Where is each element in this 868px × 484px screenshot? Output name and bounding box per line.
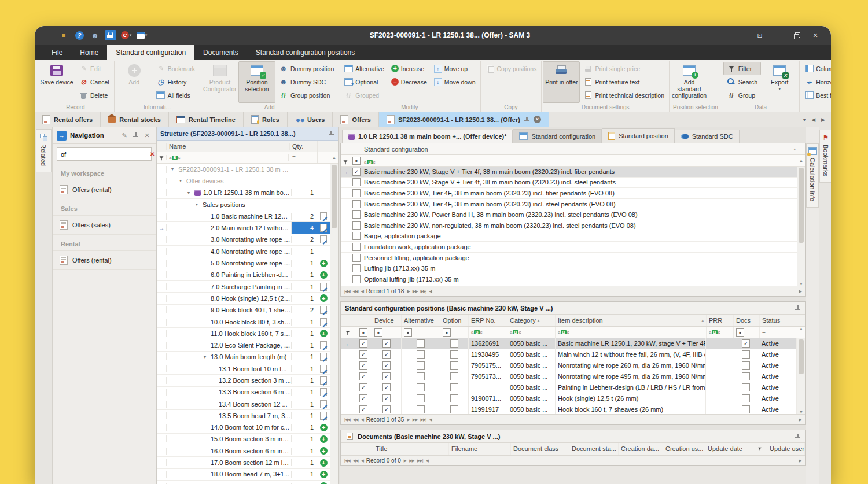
export-button[interactable]: Export▾ xyxy=(761,61,798,103)
qty-cell[interactable]: 1 xyxy=(291,189,317,196)
row-checkbox[interactable] xyxy=(359,361,367,370)
history-button[interactable]: History xyxy=(153,75,198,88)
qty-cell[interactable]: 2 xyxy=(291,213,317,220)
add-standard-configuration-button[interactable]: Add standard configuration xyxy=(671,61,708,103)
docs-checkbox[interactable] xyxy=(742,394,750,402)
config-checkbox[interactable] xyxy=(352,232,361,240)
config-checkbox[interactable] xyxy=(352,189,361,197)
minimize-button[interactable]: – xyxy=(771,30,786,40)
menu-tab-home[interactable]: Home xyxy=(71,45,107,60)
column-header-creation-us[interactable]: Creation us... xyxy=(663,443,705,455)
alternative-checkbox[interactable] xyxy=(417,372,425,380)
tree-row[interactable]: 17.0 Boom section 12 m in...1 xyxy=(157,457,330,468)
column-header-update-user[interactable]: Update user xyxy=(767,443,805,455)
filter-cell[interactable] xyxy=(440,327,469,338)
option-checkbox[interactable] xyxy=(450,394,458,402)
close-icon[interactable]: × xyxy=(534,116,541,123)
column-header-filename[interactable]: Filename xyxy=(449,443,511,455)
qty-cell[interactable]: 1 xyxy=(291,365,317,372)
prev-page-icon[interactable]: ◀◀ xyxy=(353,289,358,294)
column-header-category[interactable]: Category▴ xyxy=(507,315,556,326)
view-tab-standard-sdc[interactable]: Standard SDC xyxy=(675,130,740,143)
config-scrollbar[interactable]: ▼ xyxy=(797,167,805,286)
filter-cell[interactable]: aBc xyxy=(469,327,507,338)
filter-checkbox[interactable] xyxy=(374,328,382,337)
first-record-icon[interactable]: |◀◀ xyxy=(344,289,350,294)
row-checkbox[interactable] xyxy=(359,350,367,359)
positions-scrollbar[interactable]: ▼ xyxy=(797,338,805,414)
increase-button[interactable]: Increase xyxy=(388,62,431,75)
scroll-thumb[interactable] xyxy=(799,339,804,374)
position-row[interactable]: 7905175...0050 basic ...Nonrotating wire… xyxy=(341,360,797,371)
docs-checkbox[interactable] xyxy=(742,339,750,348)
nav-item-offers-sales[interactable]: Offers (sales) xyxy=(53,216,156,235)
hscroll-left-icon[interactable]: ◀ xyxy=(429,418,431,422)
pin-icon[interactable] xyxy=(795,433,801,440)
tree-row[interactable]: ▾Offer devices xyxy=(157,175,330,187)
config-checkbox[interactable] xyxy=(352,221,361,230)
alternative-checkbox[interactable] xyxy=(417,394,425,402)
expander-icon[interactable]: ▾ xyxy=(169,167,176,172)
edit-document-icon[interactable] xyxy=(320,400,327,408)
qty-cell[interactable]: 1 xyxy=(291,271,317,278)
qty-cell[interactable]: 1 xyxy=(291,377,317,384)
qty-cell[interactable]: 1 xyxy=(291,389,317,396)
filter-icon[interactable] xyxy=(158,155,164,161)
related-tab[interactable]: Related xyxy=(36,129,52,172)
tab-list-icon[interactable]: ▾ xyxy=(803,117,806,123)
edit-document-icon[interactable] xyxy=(320,306,327,314)
close-icon[interactable]: ✕ xyxy=(142,132,152,139)
docs-checkbox[interactable] xyxy=(742,372,750,380)
document-tab-offers[interactable]: Offers xyxy=(333,112,378,127)
device-checkbox[interactable] xyxy=(382,383,391,391)
next-record-icon[interactable]: ▶ xyxy=(407,418,409,422)
config-checkbox[interactable] xyxy=(352,168,361,176)
edit-document-icon[interactable] xyxy=(320,388,327,396)
edit-button[interactable]: Edit xyxy=(75,62,113,75)
config-row[interactable]: Basic machine 230 kW, Power Band H, 38 m… xyxy=(341,209,797,220)
currency-icon[interactable]: ▾ xyxy=(120,30,132,40)
config-checkbox[interactable] xyxy=(352,254,361,262)
position-row[interactable]: 7905173...0050 basic ...Nonrotating wire… xyxy=(341,371,797,382)
move-up-button[interactable]: Move up xyxy=(431,62,479,75)
document-tab-users[interactable]: Users xyxy=(288,112,333,127)
hscroll-right-icon[interactable]: ▶ xyxy=(799,418,801,422)
next-record-icon[interactable]: ▶ xyxy=(407,289,409,294)
device-checkbox[interactable] xyxy=(382,372,391,380)
tree-row[interactable]: 13.2 Boom section 3 m ...1 xyxy=(157,375,330,386)
config-row[interactable]: Personnel lifting, application package xyxy=(341,253,797,264)
prev-record-icon[interactable]: ◀ xyxy=(361,289,363,294)
edit-document-icon[interactable] xyxy=(320,318,327,326)
best-fit-all-columns-button[interactable]: Best fit all columns xyxy=(801,88,831,102)
edit-document-icon[interactable] xyxy=(320,376,327,385)
docs-checkbox[interactable] xyxy=(742,383,750,391)
tree-row[interactable]: ▾13.0 Main boom length (m)1 xyxy=(157,352,330,363)
copy-positions-button[interactable]: Copy positions xyxy=(482,62,540,75)
horizontal-scrolling-button[interactable]: Horizontal scrolling xyxy=(801,75,831,88)
column-header-docs[interactable]: Docs xyxy=(734,315,760,326)
column-header-prr[interactable]: PRR xyxy=(707,315,734,326)
docs-checkbox[interactable] xyxy=(742,361,750,370)
scroll-up-icon[interactable]: ▲ xyxy=(330,156,338,160)
product-configurator-button[interactable]: Product Configurator xyxy=(201,61,238,103)
qty-cell[interactable]: 1 xyxy=(291,412,317,419)
edit-document-icon[interactable] xyxy=(320,341,327,349)
config-row[interactable]: Basic machine 230 kW, Tier 4F, 38 m main… xyxy=(341,188,797,199)
last-record-icon[interactable]: ▶▶| xyxy=(417,459,423,463)
filter-checkbox[interactable] xyxy=(404,328,412,337)
next-page-icon[interactable]: ▶▶ xyxy=(413,418,418,422)
row-checkbox[interactable] xyxy=(359,339,367,348)
tree-row[interactable]: 4.0 Nonrotating wire rope 4...1 xyxy=(157,246,330,257)
position-row[interactable]: 0050 basic ...Painting in Liebherr-desig… xyxy=(341,382,797,393)
config-column-header[interactable]: Standard configuration xyxy=(363,146,792,153)
qty-column-header[interactable]: Qty. xyxy=(289,143,317,150)
user-icon[interactable] xyxy=(89,30,101,40)
qty-cell[interactable]: 1 xyxy=(291,353,317,360)
last-record-icon[interactable]: ▶▶| xyxy=(421,418,426,422)
document-tab-rental-stocks[interactable]: Rental stocks xyxy=(101,112,169,127)
filter-cell[interactable]: aBc xyxy=(507,327,556,338)
tree-row[interactable]: 13.5 Boom head 7 m, 3...1 xyxy=(157,410,330,422)
filter-cell[interactable] xyxy=(734,327,760,338)
tree-row[interactable]: ▾Sales positions xyxy=(157,199,330,210)
tree-row[interactable]: 13.3 Boom section 6 m ...1 xyxy=(157,387,330,398)
